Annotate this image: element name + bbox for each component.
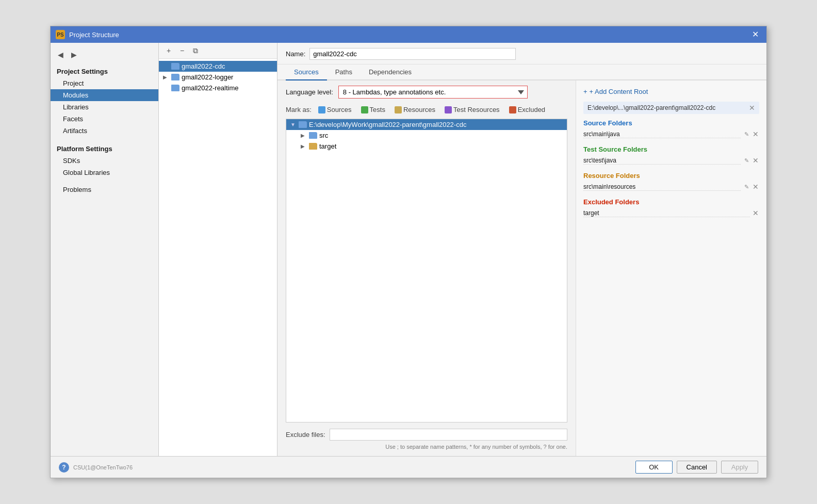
sidebar-item-modules[interactable]: Modules [51, 89, 158, 101]
bottom-left: ? CSU(1@OneTenTwo76 [59, 462, 631, 473]
mark-badge-sources[interactable]: Sources [316, 105, 354, 115]
name-row: Name: [277, 43, 766, 64]
folder-icon [309, 132, 317, 139]
resource-folders-section: Resource Folders src\main\resources ✎ ✕ [583, 172, 759, 192]
edit-resource-folder-button[interactable]: ✎ [743, 184, 750, 190]
add-content-root-label: + Add Content Root [590, 88, 648, 95]
sidebar-item-sdks[interactable]: SDKs [51, 155, 158, 167]
watermark: CSU(1@OneTenTwo76 [73, 464, 133, 470]
file-tree: ▼ E:\develop\MyWork\gmall2022-parent\gma… [286, 119, 567, 422]
resource-folder-path: src\main\resources [583, 183, 741, 191]
tree-row-root[interactable]: ▼ E:\develop\MyWork\gmall2022-parent\gma… [286, 119, 567, 130]
language-label: Language level: [286, 88, 333, 96]
sources-badge-label: Sources [327, 106, 352, 113]
sidebar-item-artifacts[interactable]: Artifacts [51, 125, 158, 137]
exclude-files-input[interactable] [330, 429, 567, 441]
mark-badge-tests[interactable]: Tests [358, 105, 388, 115]
content-root-header: E:\develop\...\gmall2022-parent\gmall202… [583, 102, 759, 114]
add-module-button[interactable]: + [163, 45, 174, 56]
module-item-realtime[interactable]: gmall2022-realtime [159, 83, 277, 93]
help-button[interactable]: ? [59, 462, 69, 473]
mark-badge-excluded[interactable]: Excluded [506, 105, 548, 115]
remove-source-folder-button[interactable]: ✕ [752, 130, 759, 138]
sources-badge-icon [318, 106, 325, 113]
cancel-button[interactable]: Cancel [677, 461, 717, 474]
module-label: gmall2022-cdc [182, 62, 225, 70]
module-label: gmall2022-realtime [182, 84, 239, 92]
platform-settings-label: Platform Settings [51, 142, 158, 155]
source-folders-section: Source Folders src\main\java ✎ ✕ [583, 119, 759, 139]
info-panel: + + Add Content Root E:\develop\...\gmal… [576, 80, 766, 456]
name-input[interactable] [309, 48, 516, 60]
sidebar-item-facets[interactable]: Facets [51, 113, 158, 125]
nav-back-button[interactable]: ◀ [55, 49, 66, 60]
resources-badge-label: Resources [403, 106, 435, 113]
module-item-cdc[interactable]: gmall2022-cdc [159, 61, 277, 72]
module-folder-icon [171, 74, 179, 80]
sidebar-item-global-libraries[interactable]: Global Libraries [51, 167, 158, 178]
excluded-folder-path: target [583, 209, 750, 217]
plus-icon: + [583, 88, 587, 95]
resource-folder-entry: src\main\resources ✎ ✕ [583, 182, 759, 192]
ok-button[interactable]: OK [635, 461, 673, 474]
module-item-logger[interactable]: ▶ gmall2022-logger [159, 72, 277, 83]
right-panel: Name: Sources Paths Dependencies Languag… [277, 43, 766, 456]
remove-excluded-folder-button[interactable]: ✕ [752, 209, 759, 217]
sidebar-item-problems[interactable]: Problems [51, 184, 158, 196]
folder-icon [299, 121, 307, 128]
project-settings-label: Project Settings [51, 64, 158, 77]
test-source-folders-title: Test Source Folders [583, 145, 759, 153]
tabs-bar: Sources Paths Dependencies [277, 64, 766, 80]
chevron-icon: ▶ [301, 133, 307, 138]
excluded-folders-title: Excluded Folders [583, 198, 759, 206]
sidebar: ◀ ▶ Project Settings Project Modules Lib… [51, 43, 159, 456]
mark-badge-resources[interactable]: Resources [392, 105, 438, 115]
source-folders-title: Source Folders [583, 119, 759, 127]
apply-button[interactable]: Apply [721, 461, 758, 474]
remove-module-button[interactable]: − [176, 45, 188, 56]
sources-panel: Language level: 8 - Lambdas, type annota… [277, 80, 576, 456]
tab-dependencies[interactable]: Dependencies [361, 64, 420, 80]
tab-sources[interactable]: Sources [286, 64, 327, 80]
chevron-icon: ▼ [290, 122, 297, 127]
chevron-icon: ▶ [301, 143, 307, 149]
edit-source-folder-button[interactable]: ✎ [743, 131, 750, 138]
tree-row-target[interactable]: ▶ target [286, 141, 567, 152]
mark-badge-test-resources[interactable]: Test Resources [442, 105, 502, 115]
remove-test-source-folder-button[interactable]: ✕ [752, 156, 759, 165]
content-root-close-button[interactable]: ✕ [749, 104, 755, 112]
app-icon: PS [56, 30, 65, 39]
close-button[interactable]: ✕ [749, 29, 761, 40]
language-select[interactable]: 8 - Lambdas, type annotations etc. 7 - D… [338, 86, 528, 99]
source-folder-path: src\main\java [583, 131, 741, 138]
tab-paths[interactable]: Paths [327, 64, 361, 80]
tab-content: Language level: 8 - Lambdas, type annota… [277, 80, 766, 456]
edit-test-source-folder-button[interactable]: ✎ [743, 157, 750, 164]
test-source-folders-section: Test Source Folders src\test\java ✎ ✕ [583, 145, 759, 166]
tests-badge-icon [361, 106, 368, 113]
module-panel: + − ⧉ gmall2022-cdc ▶ gmall2022-logger [159, 43, 277, 456]
remove-resource-folder-button[interactable]: ✕ [752, 183, 759, 191]
copy-module-button[interactable]: ⧉ [190, 45, 201, 56]
tree-item-label: target [319, 142, 336, 150]
tree-item-label: src [319, 132, 328, 139]
module-toolbar: + − ⧉ [159, 43, 277, 59]
mark-as-bar: Mark as: Sources Tests Resources [286, 105, 567, 115]
module-folder-icon [171, 63, 179, 70]
nav-forward-button[interactable]: ▶ [68, 49, 79, 60]
sidebar-item-project[interactable]: Project [51, 77, 158, 89]
content-root-path: E:\develop\...\gmall2022-parent\gmall202… [587, 104, 715, 111]
language-row: Language level: 8 - Lambdas, type annota… [286, 86, 567, 99]
sidebar-item-libraries[interactable]: Libraries [51, 101, 158, 113]
excluded-folder-entry: target ✕ [583, 208, 759, 218]
tree-path-label: E:\develop\MyWork\gmall2022-parent\gmall… [309, 121, 466, 128]
test-resources-badge-icon [445, 106, 452, 113]
hint-text: Use ; to separate name patterns, * for a… [286, 443, 567, 451]
resource-folders-title: Resource Folders [583, 172, 759, 180]
project-structure-dialog: PS Project Structure ✕ ◀ ▶ Project Setti… [50, 26, 767, 478]
source-folder-entry: src\main\java ✎ ✕ [583, 129, 759, 139]
tree-row-src[interactable]: ▶ src [286, 130, 567, 141]
add-content-root-button[interactable]: + + Add Content Root [583, 86, 759, 97]
excluded-badge-icon [509, 106, 516, 113]
resources-badge-icon [395, 106, 402, 113]
